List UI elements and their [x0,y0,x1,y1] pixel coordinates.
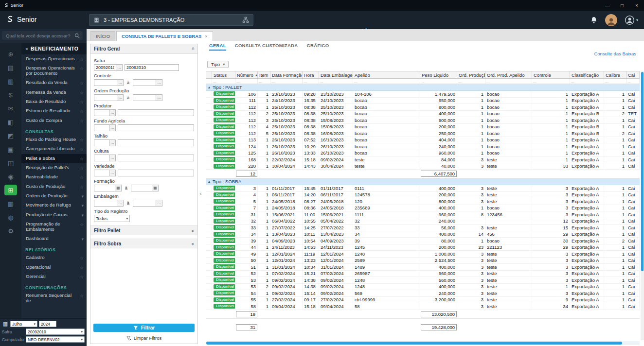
group-row-tipo-sobra[interactable]: ▴Tipo : SOBRA [206,178,640,185]
sidebar-item-custo-de-producao[interactable]: Custo de Produção☆ [21,182,87,191]
controle-to-input[interactable] [133,79,156,86]
column-header-controle[interactable]: Controle [532,71,570,78]
column-header-apelido[interactable]: Apelido [353,71,420,78]
chart-icon[interactable]: ▤ [4,62,17,73]
filter-row-cell-calibre[interactable]: … [604,79,626,84]
favorite-star-icon[interactable]: ☆ [80,100,84,104]
produtor-lookup-button[interactable]: … [109,109,116,116]
filter-row-cell-apelido[interactable]: … [353,79,420,84]
layers-icon[interactable]: ◧ [4,117,17,127]
close-button[interactable]: × [629,0,644,11]
vertical-scrollbar-thumb[interactable] [641,72,644,271]
consulta-baixas-link[interactable]: Consulte das Baixas [594,51,636,56]
favorite-star-icon[interactable]: ☆ [80,109,84,114]
table-row[interactable]: Disponível34113/04/202310:1113/04/202334… [206,231,640,238]
table-row[interactable]: Disponível112525/10/202308:3816/08/2023b… [206,130,640,137]
filter-row-cell-item[interactable]: … [258,79,270,84]
table-row[interactable]: Disponível113126/10/202307:5216/10/2023b… [206,137,640,144]
cultura-code-input[interactable] [94,155,109,161]
chevron-down-icon[interactable]: ▾ [81,203,84,208]
favorite-star-icon[interactable]: ☆ [80,156,84,161]
year-input[interactable] [39,321,56,327]
table-row[interactable]: Disponível7124/05/201808:3624/05/2018235… [206,205,640,212]
sidebar-item-rastreabilidade[interactable]: Rastreabilidade☆ [21,173,87,182]
chevron-down-icon[interactable]: ▾ [81,213,84,218]
filter-row-cell-numero[interactable]: … [235,79,258,84]
minimize-button[interactable]: — [600,0,615,11]
cultura-desc-input[interactable] [118,155,194,161]
panel-splitter[interactable]: ‹ [199,41,202,346]
column-header-status[interactable]: Status [212,71,235,78]
column-header-hora[interactable]: Hora [303,71,319,78]
collapse-down-icon[interactable]: » [190,229,196,232]
sidebar-item-carregamento-liberado[interactable]: Carregamento Liberado☆ [21,144,87,154]
vertical-scrollbar[interactable] [641,71,644,340]
results-tab-geral[interactable]: GERAL [209,43,226,51]
filter-row-cell-ord-prod-apelido[interactable]: … [485,79,532,84]
table-row[interactable]: Disponível39104/09/202310:5404/09/202339… [206,238,640,244]
table-row[interactable]: Disponível168122/02/202415:1809/02/2024t… [206,156,640,163]
tipo-registro-select[interactable]: Todos ▾ [94,215,130,222]
company-selector[interactable]: 3 - EMPRESA DEMONSTRAÇÃO [89,14,253,26]
produtor-code-input[interactable] [94,109,109,116]
limpar-filtros-button[interactable]: Limpar Filtros [93,335,195,341]
filter-row-cell-data-formacao[interactable]: … [270,79,303,84]
column-header-ord-producao[interactable]: Ord. Produção [457,71,485,78]
ordem-to-lookup-button[interactable]: … [156,94,162,101]
tab-consulta-de-pallets-e-sobras[interactable]: CONSULTA DE PALLETS E SOBRAS × [116,31,213,41]
search-icon[interactable] [74,33,80,38]
sidebar-item-recepcao-de-pallet-s[interactable]: Recepção de Pallet's☆ [21,163,87,173]
group-chip-tipo[interactable]: Tipo ▾ [207,61,229,68]
collapse-down-icon[interactable]: » [190,242,196,245]
favorite-star-icon[interactable]: ☆ [80,138,84,142]
talhao-lookup-button[interactable]: … [109,139,116,146]
column-header-data-formacao[interactable]: Data Formação [270,71,303,78]
reports-icon[interactable]: ▥ [4,76,17,86]
favorite-star-icon[interactable]: ☆ [80,66,84,71]
produtor-desc-input[interactable] [118,109,194,116]
column-header-cai[interactable]: Cai [626,71,640,78]
safra-code-input[interactable] [94,64,116,71]
filter-row-indicator-cell[interactable] [206,79,212,84]
talhao-code-input[interactable] [94,139,109,146]
notifications-bell-icon[interactable] [590,16,598,24]
ordem-from-input[interactable] [94,94,117,101]
production-icon[interactable]: ◩ [4,130,17,141]
sidebar-item-programacao-de-embalamento[interactable]: Programação de Embalamento☆ [21,220,87,234]
formacao-to-input[interactable] [131,185,152,191]
sidebar-item-movimento-de-refugo[interactable]: Movimento de Refugo▾ [21,201,87,210]
sidebar-item-estorno-de-resultado[interactable]: Estorno de Resultado☆ [21,106,87,116]
fundo-lookup-button[interactable]: … [109,124,116,131]
favorite-star-icon[interactable]: ☆ [80,90,84,95]
chevron-down-icon[interactable]: ▾ [81,194,84,199]
filter-row-cell-peso-liquido[interactable]: … [420,79,457,84]
embalagem-to-lookup-button[interactable]: … [156,200,162,207]
table-row[interactable]: Disponível31115/06/202111:0015/06/202111… [206,211,640,218]
variedade-code-input[interactable] [94,170,109,176]
filter-pallet-header[interactable]: Filtro Pallet » [90,225,197,235]
fundo-code-input[interactable] [94,124,109,131]
users-icon[interactable]: ◫ [4,157,17,168]
maximize-button[interactable]: □ [615,0,629,11]
globe-icon[interactable]: ⊕ [4,49,17,59]
formacao-to-date-button[interactable]: ▦ [152,185,159,191]
controle-from-input[interactable] [94,79,117,86]
horizontal-scrollbar-thumb[interactable] [206,342,622,345]
sidebar-item-ordem-de-producao[interactable]: Ordem de Produção▾ [21,191,87,201]
controle-to-lookup-button[interactable]: … [156,79,162,86]
filter-general-header[interactable]: Filtro Geral » [90,44,197,54]
table-row[interactable]: Disponível55127/02/202409:1727/02/2024ct… [206,297,640,304]
results-tab-grafico[interactable]: GRÁFICO [306,43,329,51]
table-row[interactable]: Disponível44124/11/202314:5324/11/202312… [206,244,640,251]
favorite-star-icon[interactable]: ☆ [80,265,84,270]
sidebar-item-remessa-da-venda[interactable]: Remessa da Venda☆ [21,88,87,97]
filtrar-button[interactable]: Filtrar [93,324,195,332]
fundo-desc-input[interactable] [118,124,194,131]
table-row[interactable]: Disponível50112/01/202413:2312/01/202425… [206,258,640,264]
sidebar-item-cadastro[interactable]: Cadastro☆ [21,253,87,262]
sidebar-module-header[interactable]: ◂ BENEFICIAMENTO [21,43,87,54]
group-row-tipo-pallet[interactable]: ▴Tipo : PALLET [206,84,640,91]
column-header-ord-prod-apelido[interactable]: Ord. Prod. Apelido [485,71,532,78]
sidebar-item-pallet-e-sobra[interactable]: Pallet e Sobra☆ [21,154,87,163]
user-icon[interactable]: ◉ [4,171,17,182]
